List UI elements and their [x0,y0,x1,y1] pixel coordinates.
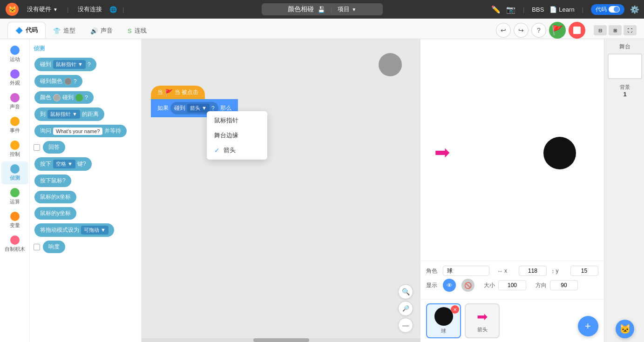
block-row-3: 颜色 碰到 ? [34,90,137,105]
camera-icon[interactable]: 📷 [506,5,515,14]
layout-toggle-2[interactable]: ⊞ [609,25,622,35]
sensing-label: 侦测 [10,174,20,181]
tab-costume[interactable]: 👕 造型 [46,23,83,39]
block-answer[interactable]: 回答 [43,141,65,154]
zoom-in-button[interactable]: 🔍 [398,284,413,299]
block-drag-mode[interactable]: 将拖动模式设为 可拖动 ▼ [34,223,114,237]
direction-label: 方向 [536,282,549,289]
category-motion[interactable]: 运动 [1,43,28,66]
key-dropdown[interactable]: 空格 ▼ [53,160,75,168]
volume-checkbox[interactable] [34,244,40,250]
globe-icon[interactable]: 🌐 [109,6,117,13]
variables-label: 变量 [10,222,20,229]
block-key-pressed[interactable]: 按下 空格 ▼ 键? [34,157,92,171]
size-input[interactable] [498,280,526,290]
sound-tab-label: 声音 [101,27,113,35]
direction-input[interactable] [550,280,578,290]
sprite-delete-ball[interactable]: ✕ [451,305,459,314]
block-row-12: 响度 [34,239,137,255]
category-control[interactable]: 控制 [1,138,28,161]
block-volume[interactable]: 响度 [43,241,65,253]
dropdown-item-mouse[interactable]: 鼠标指针 [207,113,267,128]
category-events[interactable]: 事件 [1,114,28,137]
sprite-item-ball[interactable]: ✕ 球 [426,303,461,338]
category-operators[interactable]: 运算 [1,185,28,208]
stop-button[interactable] [569,22,585,39]
distance-dropdown[interactable]: 鼠标指针 ▼ [47,110,80,119]
block-touch-mouse[interactable]: 碰到 鼠标指针 ▼ ? [34,58,96,71]
zoom-controls: 🔍 🔎 — [398,284,413,333]
answer-checkbox[interactable] [34,144,40,151]
zoom-reset-icon: — [402,322,409,329]
add-stage-button[interactable]: 🐱 [616,320,634,338]
zoom-out-button[interactable]: 🔎 [398,301,413,316]
drag-dropdown[interactable]: 可拖动 ▼ [81,226,108,235]
settings-icon[interactable]: ⚙️ [630,5,639,14]
bbs-button[interactable]: BBS [532,6,544,13]
x-input[interactable] [519,266,547,276]
tab-connect[interactable]: S 连线 [120,23,154,39]
project-menu-label: 项目 [338,5,350,13]
block-ask[interactable]: 询问 What's your name? 并等待 [34,125,127,137]
learn-button[interactable]: 📄 Learn [549,6,574,13]
y-input[interactable] [570,266,598,276]
ask-input[interactable]: What's your name? [53,127,102,135]
canvas-scrollbar[interactable] [142,338,420,342]
hardware-button[interactable]: 没有硬件 ▼ [23,3,61,15]
category-sound[interactable]: 声音 [1,90,28,113]
category-variables[interactable]: 变量 [1,209,28,232]
category-sensing[interactable]: 侦测 [1,161,28,184]
tab-sound[interactable]: 🔊 声音 [83,23,120,39]
help-button[interactable]: ? [531,23,546,38]
add-sprite-button[interactable]: + [578,316,598,336]
category-looks[interactable]: 外观 [1,67,28,89]
canvas-scrollbar-thumb[interactable] [253,338,309,342]
project-title: 颜色相碰 [288,5,314,13]
scene-section: 背景 1 [620,84,630,98]
connect-button[interactable]: 没有连接 [74,3,106,15]
touch-dropdown[interactable]: 鼠标指针 ▼ [53,60,86,69]
edge-option-label: 舞台边缘 [214,131,238,140]
stage-thumbnail[interactable] [608,54,642,79]
logo[interactable]: 🐱 [5,2,20,17]
block-touch-color[interactable]: 碰到颜色 ? [34,75,82,87]
zoom-reset-button[interactable]: — [398,318,413,333]
block-color-touch[interactable]: 颜色 碰到 ? [34,91,94,104]
when-clicked-block[interactable]: 当 🚩 当 被点击 [151,86,205,99]
fullscreen-button[interactable]: ⛶ [624,25,637,35]
canvas-area[interactable]: 当 🚩 当 被点击 如果 碰到 箭头 ▼ ? 那么 鼠标指针 [142,39,420,342]
project-menu-button[interactable]: 项目 ▼ [338,5,356,13]
tab-code[interactable]: 🔷 代码 [7,22,46,39]
category-custom[interactable]: 自制积木 [1,233,28,255]
code-toggle-label: 代码 [596,6,607,13]
layout-toggle-1[interactable]: ⊟ [594,25,607,35]
redo-button[interactable]: ↪ [514,23,529,38]
sound-tab-icon: 🔊 [90,27,98,34]
connect-label: 没有连接 [78,5,102,13]
ball-sprite-name: 球 [441,328,446,335]
separator-5: | [582,6,583,13]
save-icon[interactable]: 💾 [318,6,325,13]
chevron-down-icon: ▼ [53,7,58,12]
tab-controls: ↩ ↪ ? 🚩 ⊟ ⊞ ⛶ [496,22,637,39]
block-mouse-y[interactable]: 鼠标的y坐标 [34,207,76,220]
green-flag-button[interactable]: 🚩 [549,22,566,39]
pencil-icon[interactable]: ✏️ [491,5,501,14]
flag-icon: 🚩 [552,25,563,36]
block-mouse-down[interactable]: 按下鼠标? [34,174,71,187]
when-text: 当 [157,88,163,96]
layout-1-icon: ⊟ [598,28,602,33]
sprite-name-input[interactable] [443,266,489,276]
dropdown-item-edge[interactable]: 舞台边缘 [207,128,267,143]
panel-section-title: 侦测 [34,43,137,55]
block-distance[interactable]: 到 鼠标指针 ▼ 的距离 [34,107,104,121]
dropdown-item-arrow[interactable]: ✓ 箭头 [207,143,267,158]
block-mouse-x[interactable]: 鼠标的x坐标 [34,191,76,203]
show-button[interactable]: 👁 [443,279,456,292]
touch-target-dropdown[interactable]: 箭头 ▼ [187,104,210,113]
canvas-dropdown-menu: 鼠标指针 舞台边缘 ✓ 箭头 [207,111,267,160]
hide-button[interactable]: 🚫 [461,279,475,292]
code-toggle[interactable]: 代码 [591,4,624,15]
sprite-item-arrow[interactable]: ➡ 箭头 [465,303,500,338]
undo-button[interactable]: ↩ [496,23,511,38]
